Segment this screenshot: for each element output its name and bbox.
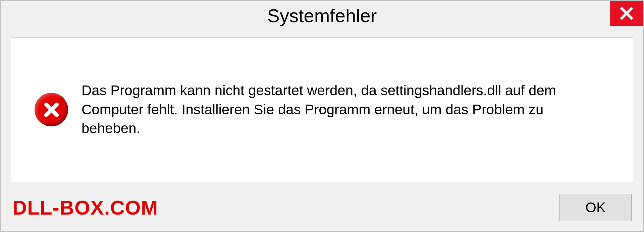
watermark-text: DLL-BOX.COM bbox=[12, 196, 158, 219]
bottom-bar: DLL-BOX.COM OK bbox=[1, 189, 643, 231]
close-icon bbox=[620, 6, 634, 20]
error-icon bbox=[35, 93, 68, 126]
dialog-title: Systemfehler bbox=[267, 5, 377, 26]
title-bar: Systemfehler bbox=[1, 1, 643, 31]
content-area: Das Programm kann nicht gestartet werden… bbox=[11, 37, 633, 182]
error-message: Das Programm kann nicht gestartet werden… bbox=[82, 81, 616, 138]
error-dialog: Systemfehler Das Programm kann nicht ges… bbox=[0, 0, 644, 232]
close-button[interactable] bbox=[610, 1, 643, 26]
ok-button[interactable]: OK bbox=[559, 194, 632, 221]
